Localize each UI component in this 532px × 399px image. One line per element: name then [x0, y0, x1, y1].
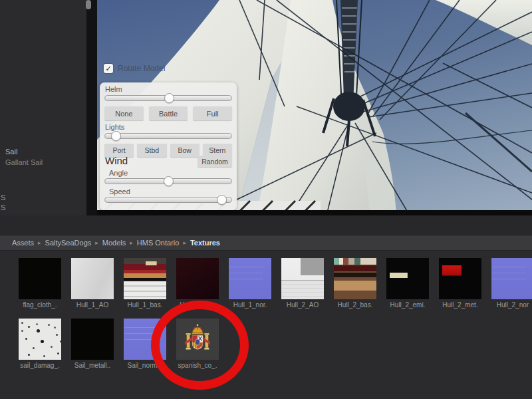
texture-item-Hull_1_nor[interactable]: Hull_1_nor. [229, 258, 271, 309]
hierarchy-item-clipped[interactable]: S [1, 194, 5, 201]
texture-thumbnail[interactable] [176, 258, 219, 299]
texture-thumbnail[interactable] [439, 258, 481, 299]
rotate-model-checkbox[interactable]: ✓ [104, 64, 113, 73]
wind-angle-slider[interactable] [104, 178, 232, 184]
hierarchy-item-gallant-sail[interactable]: Gallant Sail [5, 158, 43, 166]
unity-editor-window: Sail Gallant Sail S S [0, 0, 532, 399]
texture-thumbnail[interactable] [124, 319, 166, 360]
texture-item-Hull_2_met[interactable]: Hull_2_met. [439, 258, 481, 309]
lights-slider[interactable] [104, 133, 232, 139]
wind-speed-slider-handle[interactable] [217, 195, 227, 205]
texture-label: Hull_2_nor [491, 301, 532, 309]
texture-item-Hull_2_emi[interactable]: Hull_2_emi. [386, 258, 429, 309]
helm-button-battle[interactable]: Battle [149, 106, 188, 120]
texture-item-Hull_2_bas[interactable]: Hull_2_bas. [334, 258, 376, 309]
hierarchy-item-sail[interactable]: Sail [5, 148, 17, 156]
lights-button-bow[interactable]: Bow [170, 144, 200, 157]
texture-thumbnail[interactable] [334, 258, 376, 299]
helm-slider[interactable] [104, 95, 232, 101]
rotate-model-row: ✓ Rotate Model [104, 64, 165, 73]
lights-label: Lights [105, 123, 124, 131]
texture-item-Sail_metall[interactable]: Sail_metall.. [71, 319, 114, 369]
texture-item-Hull_1_AO[interactable]: Hull_1_AO [71, 258, 114, 309]
ship-controls-panel: Helm NoneBattleFull Lights PortStbdBowSt… [100, 82, 237, 210]
texture-row: sail_damag_.Sail_metall..Sail_normal spa… [19, 319, 532, 369]
texture-item-Hull_2_AO[interactable]: Hull_2_AO [281, 258, 324, 309]
texture-label: Sail_normal [124, 362, 166, 369]
wind-random-button[interactable]: Random [198, 156, 232, 167]
hierarchy-panel: Sail Gallant Sail S S [0, 0, 86, 215]
wind-label: Wind [105, 155, 128, 166]
texture-label: Hull_2_AO [281, 301, 324, 309]
texture-item-Hull_1_met[interactable]: Hull_1_met. [176, 258, 219, 309]
rotate-model-label: Rotate Model [118, 64, 165, 73]
breadcrumb-segment-hms-ontario[interactable]: HMS Ontario [137, 239, 180, 247]
wind-angle-slider-handle[interactable] [164, 176, 174, 186]
wind-speed-label: Speed [109, 188, 130, 196]
texture-thumbnail[interactable] [124, 258, 166, 299]
panel-divider [86, 0, 97, 215]
texture-item-spanish_co_[interactable]: spanish_co_. [176, 319, 219, 369]
texture-label: Hull_2_bas. [334, 301, 376, 309]
helm-button-full[interactable]: Full [193, 106, 232, 120]
texture-label: spanish_co_. [176, 362, 219, 369]
texture-label: Hull_1_nor. [229, 301, 271, 309]
texture-item-Sail_normal[interactable]: Sail_normal [124, 319, 166, 369]
breadcrumb-separator-icon: ▸ [179, 239, 190, 246]
breadcrumb-segment-assets[interactable]: Assets [12, 239, 34, 247]
texture-item-Hull_1_bas[interactable]: Hull_1_bas. [124, 258, 166, 309]
breadcrumb-separator-icon: ▸ [34, 239, 45, 246]
helm-button-none[interactable]: None [104, 106, 144, 120]
texture-grid: flag_cloth_.Hull_1_AOHull_1_bas.Hull_1_m… [19, 258, 532, 379]
breadcrumb-segment-textures[interactable]: Textures [190, 239, 220, 247]
helm-label: Helm [105, 85, 122, 93]
hierarchy-item-clipped[interactable]: S [1, 203, 5, 211]
breadcrumb: Assets▸SaltySeaDogs▸Models▸HMS Ontario▸T… [0, 235, 532, 251]
texture-item-Hull_2_nor[interactable]: Hull_2_nor [491, 258, 532, 309]
wind-angle-label: Angle [109, 169, 128, 177]
texture-label: Hull_1_AO [71, 301, 114, 309]
wind-speed-slider[interactable] [104, 197, 232, 203]
helm-slider-handle[interactable] [164, 93, 174, 103]
project-panel-header [0, 215, 532, 235]
hierarchy-scrollbar-thumb[interactable] [86, 0, 91, 9]
helm-buttons: NoneBattleFull [104, 106, 232, 120]
texture-item-sail_damag_[interactable]: sail_damag_. [19, 319, 61, 369]
lights-slider-handle[interactable] [111, 131, 121, 141]
checkmark-icon: ✓ [105, 65, 111, 72]
texture-label: Hull_2_emi. [386, 301, 429, 309]
texture-thumbnail[interactable] [71, 258, 114, 299]
texture-label: flag_cloth_. [19, 301, 61, 309]
project-panel: Assets▸SaltySeaDogs▸Models▸HMS Ontario▸T… [0, 215, 532, 399]
lights-button-stbd[interactable]: Stbd [137, 144, 166, 157]
game-viewport[interactable]: ✓ Rotate Model Helm NoneBattleFull Light… [97, 0, 532, 215]
texture-row: flag_cloth_.Hull_1_AOHull_1_bas.Hull_1_m… [19, 258, 532, 309]
texture-item-flag_cloth_[interactable]: flag_cloth_. [19, 258, 61, 309]
texture-thumbnail[interactable] [71, 319, 114, 360]
texture-thumbnail[interactable] [176, 319, 219, 360]
breadcrumb-separator-icon: ▸ [91, 239, 102, 246]
texture-label: Hull_2_met. [439, 301, 481, 309]
texture-thumbnail[interactable] [491, 258, 532, 299]
lights-button-stern[interactable]: Stern [203, 144, 232, 157]
texture-label: sail_damag_. [19, 362, 61, 369]
texture-label: Hull_1_bas. [124, 301, 166, 309]
breadcrumb-separator-icon: ▸ [126, 239, 137, 246]
texture-thumbnail[interactable] [19, 258, 61, 299]
breadcrumb-segment-saltyseadogs[interactable]: SaltySeaDogs [45, 239, 92, 247]
spanish-coat-of-arms-icon [180, 321, 215, 357]
texture-label: Hull_1_met. [176, 301, 219, 309]
texture-thumbnail[interactable] [281, 258, 324, 299]
texture-thumbnail[interactable] [386, 258, 429, 299]
texture-label: Sail_metall.. [71, 362, 114, 369]
breadcrumb-segment-models[interactable]: Models [102, 239, 126, 247]
texture-thumbnail[interactable] [229, 258, 271, 299]
texture-thumbnail[interactable] [19, 319, 61, 360]
